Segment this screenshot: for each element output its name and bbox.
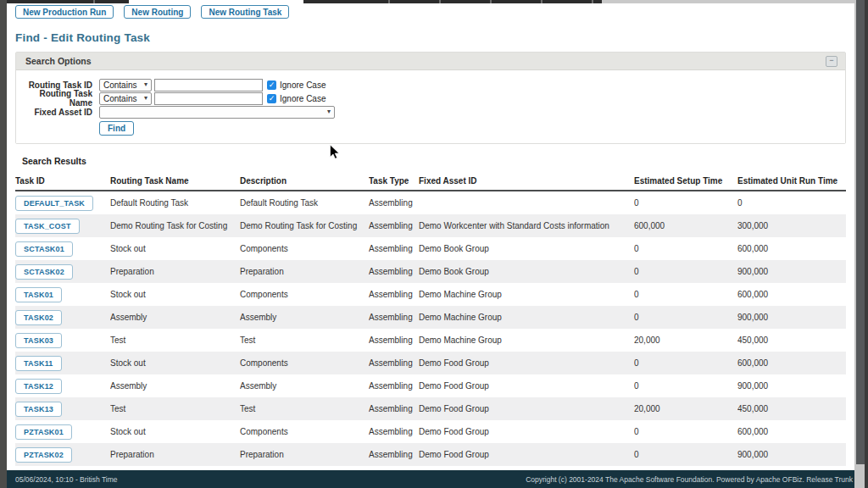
table-cell: Preparation: [240, 260, 369, 283]
table-cell: Components: [240, 352, 369, 374]
table-cell: Assembling: [369, 374, 419, 397]
task-id-cell: PZTASK01: [15, 420, 110, 443]
table-cell: Default Routing Task: [240, 191, 369, 214]
table-cell: 0: [634, 420, 737, 443]
table-cell: Demo Food Group: [419, 420, 634, 443]
table-cell: Components: [240, 237, 369, 260]
task-id-cell: TASK01: [15, 283, 110, 306]
scrollbar[interactable]: [854, 0, 868, 488]
task-id-cell: TASK_COST: [15, 214, 110, 237]
table-cell: Assembly: [110, 306, 240, 329]
window-left-edge: [0, 0, 7, 488]
table-row: TASK13TestTestAssemblingDemo Food Group2…: [15, 397, 846, 420]
table-cell: 0: [634, 283, 737, 306]
cropped-tab-strip: [7, 0, 854, 3]
col-header-task-type: Task Type: [369, 174, 419, 191]
find-button[interactable]: Find: [99, 121, 134, 136]
table-row: PZTASK02PreparationPreparationAssembling…: [15, 443, 846, 466]
ignore-case-label: Ignore Case: [280, 80, 326, 90]
table-cell: Assembling: [369, 420, 419, 443]
task-id-button[interactable]: TASK13: [15, 402, 62, 417]
table-cell: Preparation: [110, 443, 240, 466]
routing-task-id-input[interactable]: [154, 79, 263, 92]
table-cell: 600,000: [737, 237, 846, 260]
table-cell: 600,000: [737, 420, 846, 443]
task-id-button[interactable]: TASK03: [15, 333, 62, 348]
table-cell: Preparation: [240, 443, 369, 466]
fixed-asset-id-label: Fixed Asset ID: [16, 108, 92, 117]
table-header-row: Task ID Routing Task Name Description Ta…: [15, 174, 846, 191]
search-options-body: Routing Task ID Contains ▾ ✓ Ignore Case…: [16, 70, 845, 143]
table-cell: [419, 191, 634, 214]
routing-task-id-operator-select[interactable]: Contains ▾: [99, 79, 152, 92]
collapse-icon[interactable]: −: [826, 56, 837, 67]
table-cell: Stock out: [110, 237, 240, 260]
search-options-title: Search Options: [25, 56, 92, 66]
task-id-button[interactable]: PZTASK01: [15, 424, 72, 440]
table-cell: Demo Machine Group: [419, 306, 634, 329]
new-routing-button[interactable]: New Routing: [124, 5, 191, 19]
table-cell: 600,000: [634, 214, 737, 237]
task-id-button[interactable]: TASK_COST: [15, 219, 80, 234]
chevron-down-icon: ▾: [327, 108, 331, 115]
task-id-cell: TASK02: [15, 306, 110, 329]
routing-task-name-input[interactable]: [154, 92, 263, 105]
table-cell: Demo Routing Task for Costing: [240, 214, 369, 237]
table-cell: 450,000: [737, 329, 846, 352]
operator-value: Contains: [103, 80, 136, 90]
task-id-button[interactable]: PZTASK02: [15, 447, 72, 463]
table-row: PZTASK01Stock outComponentsAssemblingDem…: [15, 420, 846, 443]
routing-task-name-label: Routing Task Name: [16, 89, 92, 108]
task-id-cell: TASK12: [15, 374, 110, 397]
table-cell: Preparation: [110, 260, 240, 283]
task-id-button[interactable]: TASK01: [15, 287, 62, 302]
table-cell: Assembling: [369, 260, 419, 283]
table-cell: Assembling: [369, 214, 419, 237]
task-id-button[interactable]: SCTASK02: [15, 264, 73, 280]
table-cell: Demo Workcenter with Standard Costs info…: [419, 214, 634, 237]
scrollbar-thumb[interactable]: [856, 0, 865, 464]
table-cell: Test: [240, 329, 369, 352]
table-cell: 0: [737, 191, 846, 214]
table-cell: 900,000: [737, 374, 846, 397]
routing-task-id-row: Routing Task ID Contains ▾ ✓ Ignore Case: [16, 78, 845, 92]
ignore-case-checkbox[interactable]: ✓: [267, 94, 276, 103]
find-row: Find: [16, 121, 845, 135]
table-cell: Demo Food Group: [419, 352, 634, 374]
new-routing-task-button[interactable]: New Routing Task: [201, 5, 289, 19]
task-id-button[interactable]: TASK12: [15, 379, 62, 394]
col-header-description: Description: [240, 174, 369, 191]
task-id-button[interactable]: SCTASK01: [15, 241, 73, 257]
task-id-cell: SCTASK02: [15, 260, 110, 283]
fixed-asset-id-select[interactable]: ▾: [99, 106, 335, 119]
table-cell: Stock out: [110, 420, 240, 443]
table-cell: 900,000: [737, 306, 846, 329]
task-id-button[interactable]: DEFAULT_TASK: [15, 196, 93, 211]
table-cell: Assembling: [369, 443, 419, 466]
task-id-button[interactable]: TASK02: [15, 310, 62, 325]
ignore-case-checkbox[interactable]: ✓: [267, 80, 276, 90]
table-cell: Components: [240, 420, 369, 443]
table-cell: Test: [110, 329, 240, 352]
col-header-fixed-asset-id: Fixed Asset ID: [419, 174, 634, 191]
table-cell: Demo Book Group: [419, 237, 634, 260]
table-cell: 0: [634, 191, 737, 214]
task-id-button[interactable]: TASK11: [15, 356, 62, 371]
operator-value: Contains: [103, 94, 136, 103]
table-row: TASK01Stock outComponentsAssemblingDemo …: [15, 283, 846, 306]
table-cell: Assembling: [369, 237, 419, 260]
table-cell: 0: [634, 352, 737, 374]
main-content: New Production Run New Routing New Routi…: [7, 0, 854, 488]
table-cell: Assembling: [369, 352, 419, 374]
table-cell: Stock out: [110, 283, 240, 306]
table-cell: 0: [634, 374, 737, 397]
task-id-cell: TASK11: [15, 352, 110, 374]
task-id-cell: PZTASK02: [15, 443, 110, 466]
table-row: TASK03TestTestAssemblingDemo Machine Gro…: [15, 329, 846, 352]
toolbar: New Production Run New Routing New Routi…: [15, 5, 854, 19]
table-cell: Assembling: [369, 329, 419, 352]
footer-bar: 05/06/2024, 10:10 - British Time Copyrig…: [7, 470, 854, 488]
table-cell: Demo Food Group: [419, 374, 634, 397]
routing-task-name-operator-select[interactable]: Contains ▾: [99, 92, 152, 105]
new-production-run-button[interactable]: New Production Run: [15, 5, 114, 19]
